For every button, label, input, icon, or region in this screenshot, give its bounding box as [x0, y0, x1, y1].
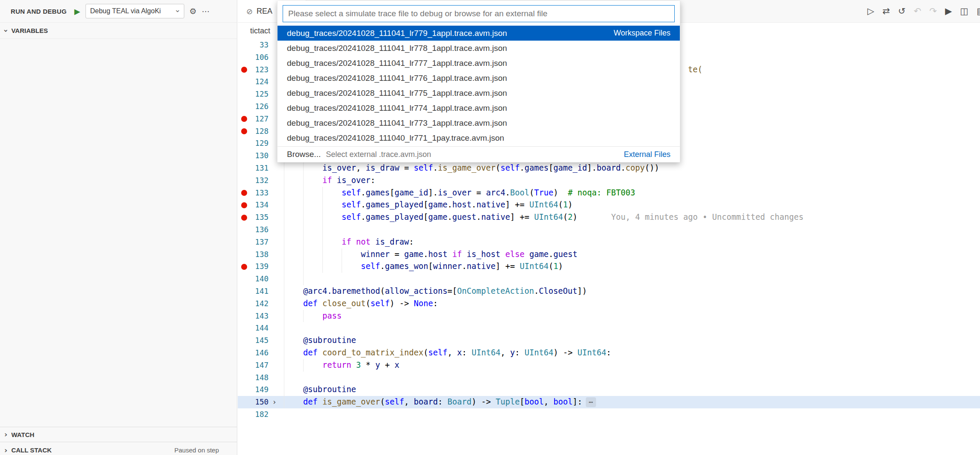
code-token: Board — [448, 396, 472, 408]
breakpoint-icon[interactable] — [238, 211, 251, 224]
code-token: def — [303, 396, 322, 408]
breakpoint-gutter[interactable] — [238, 298, 251, 310]
chevron-right-icon: › — [4, 431, 7, 438]
quick-pick-input[interactable] — [283, 5, 675, 22]
gear-icon[interactable]: ⚙ — [189, 6, 197, 16]
quick-pick-browse-row[interactable]: Browse... Select external .trace.avm.jso… — [277, 146, 680, 162]
breakpoint-gutter[interactable] — [238, 137, 251, 150]
split-editor-icon[interactable]: ◫ — [960, 7, 968, 16]
breakpoint-dot — [241, 103, 247, 109]
breakpoint-dot — [241, 313, 247, 319]
breakpoint-icon[interactable] — [238, 125, 251, 138]
quick-pick-item[interactable]: debug_traces/20241028_111041_lr778_1appl… — [277, 41, 680, 56]
previous-change-icon[interactable]: ↶ — [914, 7, 921, 16]
trace-file-label: debug_traces/20241028_111041_lr774_1appl… — [287, 103, 507, 113]
quick-pick-item[interactable]: debug_traces/20241028_111041_lr776_1appl… — [277, 71, 680, 86]
breakpoint-gutter[interactable] — [238, 51, 251, 64]
external-files-badge[interactable]: External Files — [624, 150, 670, 159]
breakpoint-gutter[interactable] — [238, 334, 251, 347]
breakpoint-gutter[interactable] — [238, 76, 251, 88]
code-text — [280, 273, 980, 285]
quick-pick-item[interactable]: debug_traces/20241028_111041_lr779_1appl… — [277, 26, 680, 41]
variables-section-header[interactable]: › VARIABLES — [0, 23, 237, 39]
quick-pick-item[interactable]: debug_traces/20241028_111041_lr773_1appl… — [277, 115, 680, 130]
folded-code-indicator[interactable]: ⋯ — [586, 397, 596, 407]
breakpoint-gutter[interactable] — [238, 224, 251, 236]
line-number: 141 — [251, 285, 269, 298]
indent-guide — [284, 334, 303, 347]
breakpoint-gutter[interactable] — [238, 236, 251, 248]
breakpoint-gutter[interactable] — [238, 150, 251, 162]
code-token: , — [404, 396, 414, 408]
code-token: . — [433, 162, 438, 174]
layout-icon[interactable]: ▤ — [977, 7, 980, 16]
trace-file-label: debug_traces/20241028_111041_lr773_1appl… — [287, 118, 507, 128]
indent-guide — [322, 236, 342, 248]
breakpoint-gutter[interactable] — [238, 347, 251, 359]
quick-pick-item[interactable]: debug_traces/20241028_111041_lr777_1appl… — [277, 56, 680, 71]
breakpoint-gutter[interactable] — [238, 396, 251, 408]
start-debugging-button[interactable]: ▶ — [74, 7, 80, 16]
breakpoint-gutter[interactable] — [238, 384, 251, 396]
compare-changes-icon[interactable]: ⇄ — [883, 7, 890, 16]
trace-file-label: debug_traces/20241028_111041_lr775_1appl… — [287, 89, 507, 98]
breakpoint-icon[interactable] — [238, 64, 251, 76]
code-token: 2 — [568, 211, 573, 224]
code-line: 143pass — [238, 310, 980, 322]
breakpoint-icon[interactable] — [238, 260, 251, 273]
code-token: ( — [563, 211, 568, 224]
code-token: ) — [558, 260, 563, 273]
code-token: : — [606, 347, 611, 359]
next-change-icon[interactable]: ↷ — [930, 7, 937, 16]
breakpoint-gutter[interactable] — [238, 174, 251, 187]
breakpoint-icon[interactable] — [238, 187, 251, 199]
breakpoint-gutter[interactable] — [238, 273, 251, 285]
breakpoint-gutter[interactable] — [238, 408, 251, 421]
indent-guide — [303, 310, 322, 322]
more-actions-icon[interactable]: ⋯ — [202, 6, 210, 16]
breakpoint-gutter[interactable] — [238, 359, 251, 372]
code-token: self — [428, 347, 448, 359]
breakpoint-gutter[interactable] — [238, 285, 251, 298]
fold-gutter — [269, 236, 280, 248]
breakpoint-gutter[interactable] — [238, 162, 251, 174]
breakpoint-gutter[interactable] — [238, 39, 251, 51]
code-token: [ — [423, 211, 428, 224]
code-token: . — [361, 211, 366, 224]
indent-guide — [284, 384, 303, 396]
breakpoint-dot — [241, 227, 247, 233]
indent-guide — [303, 359, 322, 372]
code-token: x — [395, 359, 399, 372]
fold-chevron-icon[interactable]: › — [269, 396, 280, 408]
breakpoint-gutter[interactable] — [238, 372, 251, 384]
code-token: is_draw — [375, 236, 409, 248]
run-below-icon[interactable]: ▶ — [945, 7, 952, 16]
discard-changes-icon[interactable]: ↺ — [898, 7, 906, 16]
line-number: 139 — [251, 260, 269, 273]
watch-section-header[interactable]: › WATCH — [0, 427, 237, 442]
indent-guide — [284, 187, 303, 199]
call-stack-section-header[interactable]: › CALL STACK Paused on step — [0, 442, 237, 455]
breakpoint-gutter[interactable] — [238, 310, 251, 322]
code-token: games_played — [366, 199, 423, 211]
code-token: games_won — [385, 260, 428, 273]
quick-pick-item[interactable]: debug_traces/20241028_111040_lr771_1pay.… — [277, 130, 680, 145]
breakpoint-gutter[interactable] — [238, 248, 251, 261]
code-token: UInt64 — [529, 199, 558, 211]
breakpoint-gutter[interactable] — [238, 322, 251, 334]
breakpoint-icon[interactable] — [238, 113, 251, 125]
code-token: is_over — [322, 162, 356, 174]
breakpoint-gutter[interactable] — [238, 88, 251, 100]
quick-pick-item[interactable]: debug_traces/20241028_111041_lr774_1appl… — [277, 100, 680, 115]
debug-config-dropdown[interactable]: Debug TEAL via AlgoKi › — [86, 4, 184, 18]
quick-pick-item[interactable]: debug_traces/20241028_111041_lr775_1appl… — [277, 86, 680, 100]
breakpoint-dot — [241, 325, 247, 331]
code-token: ) — [472, 396, 481, 408]
code-text — [280, 224, 980, 236]
indent-guide — [342, 260, 361, 273]
code-text: is_over, is_draw = self.is_game_over(sel… — [280, 162, 980, 174]
breakpoint-gutter[interactable] — [238, 100, 251, 113]
run-icon[interactable]: ▷ — [868, 7, 874, 16]
quick-pick: debug_traces/20241028_111041_lr779_1appl… — [277, 1, 680, 162]
breakpoint-icon[interactable] — [238, 199, 251, 211]
